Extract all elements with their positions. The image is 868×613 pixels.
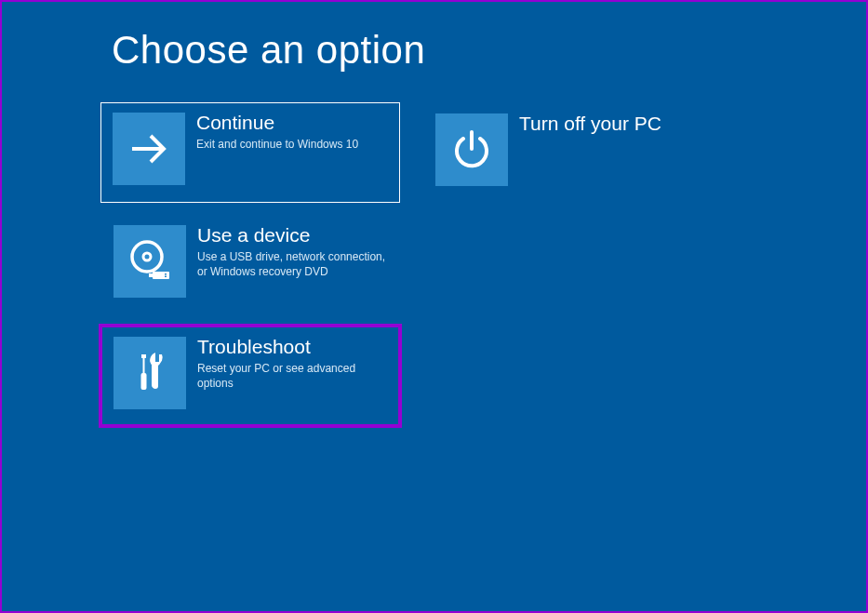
svg-rect-9 [143,358,145,373]
svg-rect-10 [141,373,147,390]
page-title: Choose an option [112,28,425,73]
troubleshoot-tile[interactable]: Troubleshoot Reset your PC or see advanc… [100,326,400,426]
arrow-right-icon [113,113,185,185]
svg-rect-11 [155,353,159,361]
continue-tile[interactable]: Continue Exit and continue to Windows 10 [100,102,400,203]
turn-off-title: Turn off your PC [519,112,661,136]
svg-rect-5 [149,273,154,277]
use-device-desc: Use a USB drive, network connection, or … [197,249,387,279]
use-device-title: Use a device [197,223,387,247]
continue-desc: Exit and continue to Windows 10 [196,137,358,152]
svg-rect-7 [165,276,167,278]
use-device-tile[interactable]: Use a device Use a USB drive, network co… [100,214,400,314]
svg-point-2 [132,242,162,272]
svg-point-3 [143,253,151,260]
turn-off-tile[interactable]: Turn off your PC [422,102,722,203]
svg-rect-4 [153,272,169,279]
tools-icon [114,337,186,409]
continue-title: Continue [196,111,358,135]
troubleshoot-desc: Reset your PC or see advanced options [197,361,387,391]
options-grid: Continue Exit and continue to Windows 10… [100,102,808,437]
svg-rect-6 [165,273,167,275]
troubleshoot-title: Troubleshoot [197,335,387,359]
svg-rect-8 [141,354,146,358]
disc-usb-icon [114,225,186,298]
power-icon [435,113,508,186]
